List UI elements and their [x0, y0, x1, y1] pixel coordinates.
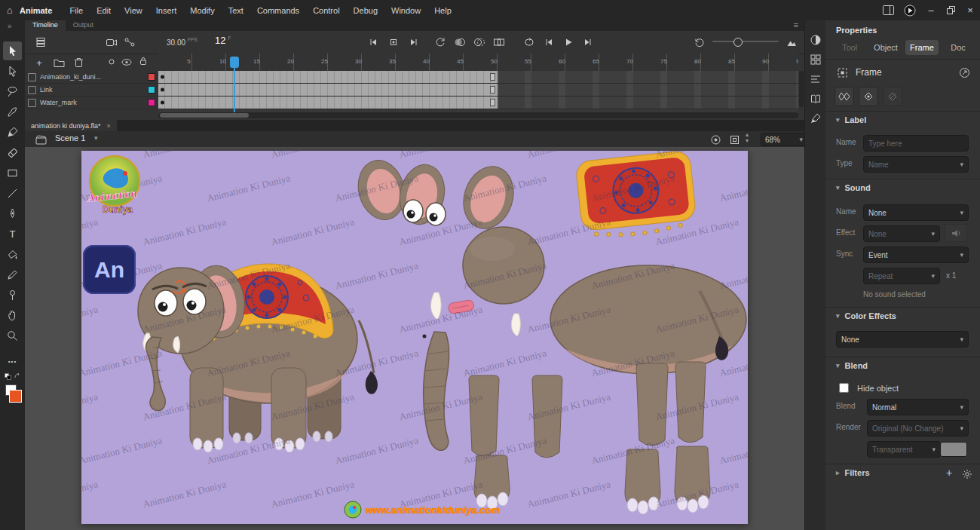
text-tool[interactable]: T	[3, 225, 22, 244]
tab-doc[interactable]: Doc	[942, 40, 975, 55]
close-button[interactable]: ×	[960, 0, 980, 20]
layer-row[interactable]: Link	[25, 84, 158, 97]
hide-object-checkbox[interactable]	[839, 383, 849, 393]
asset-warp-tool[interactable]	[3, 286, 22, 305]
section-color-effects[interactable]: ▾ Color Effects	[836, 311, 896, 320]
part-upper-legs[interactable]	[469, 362, 706, 458]
frame-grid[interactable]	[158, 71, 798, 109]
color-effects-select[interactable]: None ▾	[836, 331, 969, 348]
zoom-tool[interactable]	[3, 326, 22, 345]
home-icon[interactable]: ⌂	[0, 5, 20, 16]
timeline-zoom-knob[interactable]	[733, 38, 743, 47]
edit-multiple-frames-icon[interactable]	[491, 34, 507, 51]
sound-effect-select[interactable]: None ▾	[863, 225, 940, 242]
zoom-select[interactable]: 68% ▾	[761, 133, 807, 146]
section-filters[interactable]: ▸ Filters	[836, 468, 870, 477]
part-feet[interactable]	[474, 446, 710, 514]
highlight-layers-icon[interactable]	[106, 57, 117, 67]
elephant-assembled[interactable]	[138, 262, 378, 452]
new-folder-button[interactable]	[51, 54, 67, 71]
timeline-zoom-slider[interactable]	[712, 41, 779, 42]
reset-timeline-zoom-icon[interactable]	[691, 34, 708, 51]
current-frame[interactable]: 12 F	[215, 35, 231, 46]
paint-bucket-tool[interactable]	[3, 245, 22, 264]
layer-row[interactable]: Water_mark	[25, 97, 158, 109]
swap-colors-icon[interactable]	[14, 373, 21, 380]
menu-item-edit[interactable]: Edit	[90, 6, 118, 15]
part-ear-3[interactable]	[456, 160, 522, 235]
libraries-panel-icon[interactable]	[810, 93, 822, 105]
zoom-stepper[interactable]: ▴ ▾	[746, 132, 749, 144]
clip-to-stage-icon[interactable]	[726, 131, 743, 148]
timeline-zoom-fit-icon[interactable]	[783, 34, 800, 51]
add-layer-button[interactable]: +	[31, 54, 47, 71]
pen-tool[interactable]	[3, 204, 22, 223]
render-select[interactable]: Original (No Change) ▾	[867, 420, 969, 437]
layer-frames[interactable]	[158, 84, 798, 97]
menu-item-text[interactable]: Text	[222, 6, 250, 15]
subselection-tool[interactable]	[3, 62, 22, 81]
section-sound[interactable]: ▾ Sound	[836, 183, 871, 192]
part-head[interactable]	[463, 227, 544, 304]
menu-item-view[interactable]: View	[118, 6, 149, 15]
layer-row[interactable]: Animation_ki_duni...	[25, 71, 158, 84]
scene-chevron-icon[interactable]: ▾	[94, 134, 98, 142]
rectangle-tool[interactable]	[3, 164, 22, 182]
play-icon[interactable]	[560, 34, 577, 51]
line-tool[interactable]	[3, 184, 22, 203]
label-type-select[interactable]: Name ▾	[863, 156, 969, 173]
tab-timeline[interactable]: Timeline	[25, 20, 66, 31]
align-panel-icon[interactable]	[810, 73, 822, 85]
tab-frame[interactable]: Frame	[905, 40, 939, 55]
add-filter-button[interactable]: +	[946, 467, 952, 479]
tab-output[interactable]: Output	[66, 20, 101, 31]
clear-keyframe-button[interactable]	[883, 87, 902, 106]
lock-all-icon[interactable]	[138, 56, 149, 66]
eraser-tool[interactable]	[3, 143, 22, 162]
loop-icon[interactable]	[432, 34, 449, 51]
layer-outline-color[interactable]	[148, 73, 155, 81]
default-colors-icon[interactable]	[5, 373, 11, 380]
camera-icon[interactable]	[103, 34, 120, 51]
part-tusk-2[interactable]	[511, 314, 520, 336]
alpha-select[interactable]: Transparent ▾	[867, 441, 941, 458]
timeline-horizontal-scrollbar[interactable]	[158, 112, 798, 118]
layer-frames[interactable]	[158, 71, 798, 84]
section-label[interactable]: ▾ Label	[836, 115, 866, 124]
insert-keyframe-button[interactable]	[835, 87, 854, 106]
menu-item-debug[interactable]: Debug	[347, 6, 384, 15]
insert-blank-keyframe-button[interactable]	[859, 87, 878, 106]
step-back-icon[interactable]	[541, 34, 557, 51]
frame-span[interactable]	[158, 71, 498, 83]
hand-tool[interactable]	[3, 306, 22, 325]
loop-playback-icon[interactable]	[521, 34, 537, 51]
prev-keyframe-icon[interactable]	[366, 34, 382, 51]
pasteboard[interactable]: Animation Ki DuniyaAnimation Ki DuniyaAn…	[25, 147, 804, 530]
blend-select[interactable]: Normal ▾	[867, 399, 969, 415]
scrollbar-thumb[interactable]	[160, 113, 249, 118]
frame-span[interactable]	[158, 84, 498, 96]
fill-color-swatch[interactable]	[9, 390, 22, 403]
pencil-tool[interactable]	[3, 265, 22, 284]
layers-stack-icon[interactable]	[32, 34, 49, 51]
part-tongue[interactable]	[448, 299, 475, 314]
menu-item-modify[interactable]: Modify	[183, 6, 221, 15]
tab-tool[interactable]: Tool	[833, 40, 866, 55]
menu-item-insert[interactable]: Insert	[149, 6, 184, 15]
delete-layer-button[interactable]	[70, 54, 87, 71]
color-panel-icon[interactable]	[810, 34, 822, 46]
menu-item-file[interactable]: File	[63, 6, 90, 15]
part-tusk-1[interactable]	[430, 293, 441, 320]
layer-frames[interactable]	[158, 97, 798, 109]
edit-symbols-icon[interactable]	[707, 131, 724, 148]
minimize-button[interactable]: –	[921, 0, 941, 20]
restore-button[interactable]	[941, 0, 960, 20]
menu-item-control[interactable]: Control	[306, 6, 346, 15]
part-body[interactable]	[550, 265, 746, 374]
sound-name-select[interactable]: None ▾	[863, 204, 969, 221]
workspace-switcher-icon[interactable]	[877, 5, 899, 15]
frame-span[interactable]	[158, 97, 498, 109]
document-close-icon[interactable]: ×	[107, 122, 111, 130]
sound-sync-select[interactable]: Event ▾	[863, 247, 969, 263]
part-trunk[interactable]	[424, 332, 449, 450]
